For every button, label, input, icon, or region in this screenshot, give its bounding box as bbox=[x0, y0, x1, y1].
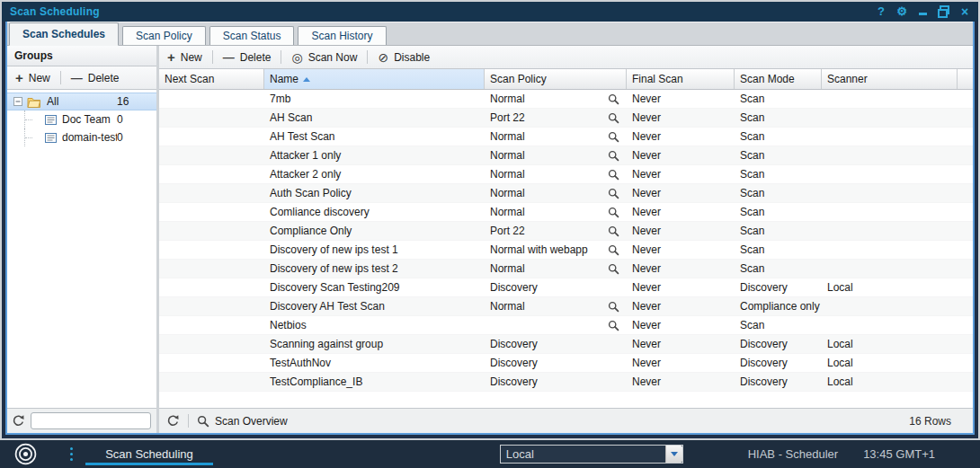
cell-final_scan: Never bbox=[627, 90, 735, 108]
group-item-all[interactable]: All16 bbox=[7, 93, 156, 110]
table-row[interactable]: NetbiosNeverScan bbox=[159, 316, 973, 335]
cell-text: Normal bbox=[490, 187, 525, 199]
delete-button[interactable]: —Delete bbox=[220, 50, 274, 65]
cell-text: Normal bbox=[490, 149, 525, 162]
scan-now-button[interactable]: ◎Scan Now bbox=[289, 50, 360, 65]
column-header-next-scan[interactable]: Next Scan bbox=[159, 69, 264, 89]
cell-text: Discovery bbox=[740, 357, 788, 369]
table-row[interactable]: Scanning against groupDiscoveryNeverDisc… bbox=[159, 335, 973, 354]
settings-icon[interactable]: ⚙ bbox=[896, 5, 907, 18]
group-item-doc-team[interactable]: Doc Team0 bbox=[7, 110, 156, 128]
magnifier-icon[interactable] bbox=[608, 244, 619, 256]
cell-text: Discovery bbox=[740, 338, 788, 350]
taskbar: Scan Scheduling Local HIAB - Scheduler 1… bbox=[0, 440, 980, 468]
cell-text: Normal bbox=[490, 130, 525, 143]
table-row[interactable]: Discovery of new ips test 1Normal with w… bbox=[159, 241, 973, 260]
cell-text: Compliance only bbox=[740, 300, 820, 313]
app-logo-icon[interactable] bbox=[13, 442, 38, 466]
table-row[interactable]: Comliance discoveryNormalNeverScan bbox=[159, 203, 973, 222]
group-filter-input[interactable] bbox=[31, 412, 151, 429]
cell-scan_mode: Scan bbox=[735, 184, 822, 202]
groups-tree: All16Doc Team0domain-test0 bbox=[7, 90, 156, 408]
table-row[interactable]: Auth Scan PolicyNormalNeverScan bbox=[159, 184, 973, 203]
cell-name: Scanning against group bbox=[264, 335, 485, 353]
tab-scan-status[interactable]: Scan Status bbox=[209, 26, 295, 45]
magnifier-icon[interactable] bbox=[608, 225, 619, 237]
column-header-scan-policy[interactable]: Scan Policy bbox=[485, 69, 627, 89]
refresh-icon[interactable] bbox=[12, 414, 25, 428]
group-item-domain-test[interactable]: domain-test0 bbox=[7, 128, 156, 146]
refresh-icon[interactable] bbox=[166, 414, 180, 428]
group-count: 16 bbox=[117, 95, 156, 108]
close-icon[interactable]: × bbox=[959, 5, 970, 18]
cell-text: Never bbox=[632, 225, 661, 237]
cell-text: Port 22 bbox=[490, 225, 525, 237]
magnifier-icon[interactable] bbox=[608, 131, 619, 143]
cell-text: Never bbox=[632, 187, 661, 199]
groups-panel-title: Groups bbox=[7, 46, 156, 66]
cell-text: Scan bbox=[740, 93, 764, 105]
table-row[interactable]: AH Test ScanNormalNeverScan bbox=[159, 128, 973, 146]
button-label: New bbox=[29, 72, 50, 84]
cell-next_scan bbox=[159, 222, 264, 240]
magnifier-icon[interactable] bbox=[608, 93, 619, 105]
help-icon[interactable]: ? bbox=[876, 5, 886, 18]
tab-scan-schedules[interactable]: Scan Schedules bbox=[9, 22, 119, 46]
magnifier-icon[interactable] bbox=[608, 150, 619, 162]
table-row[interactable]: TestAuthNovDiscoveryNeverDiscoveryLocal bbox=[159, 354, 973, 373]
table-row[interactable]: 7mbNormalNeverScan bbox=[159, 90, 973, 109]
table-row[interactable]: AH ScanPort 22NeverScan bbox=[159, 109, 973, 128]
table-row[interactable]: Compliance OnlyPort 22NeverScan bbox=[159, 222, 973, 241]
disable-button[interactable]: ⊘Disable bbox=[375, 50, 432, 65]
magnifier-icon[interactable] bbox=[608, 188, 619, 199]
table-row[interactable]: Discovery AH Test ScanNormalNeverComplia… bbox=[159, 297, 973, 316]
cell-text: Comliance discovery bbox=[270, 206, 370, 218]
cell-text: Never bbox=[632, 168, 661, 181]
table-statusbar: Scan Overview 16 Rows bbox=[159, 408, 973, 433]
new-button[interactable]: +New bbox=[165, 50, 205, 65]
schedules-panel: +New—Delete◎Scan Now⊘Disable Next ScanNa… bbox=[159, 46, 973, 433]
magnifier-icon[interactable] bbox=[608, 112, 619, 124]
clock: 13:45 GMT+1 bbox=[863, 447, 935, 461]
dropdown-arrow-icon[interactable] bbox=[665, 446, 682, 463]
scanner-select[interactable]: Local bbox=[500, 445, 683, 464]
magnifier-icon[interactable] bbox=[608, 169, 619, 181]
cell-scan_mode: Compliance only bbox=[735, 297, 822, 315]
groups-new-button[interactable]: +New bbox=[13, 71, 53, 85]
cell-scan_mode: Discovery bbox=[735, 354, 822, 372]
cell-text: Normal bbox=[490, 206, 525, 218]
restore-icon[interactable] bbox=[938, 5, 949, 18]
table-row[interactable]: Discovery of new ips test 2NormalNeverSc… bbox=[159, 260, 973, 278]
cell-text: Scanning against group bbox=[270, 338, 383, 350]
app-label: HIAB - Scheduler bbox=[748, 447, 838, 461]
column-header-name[interactable]: Name bbox=[264, 69, 485, 89]
cell-final_scan: Never bbox=[627, 260, 735, 278]
cell-scan_policy: Normal bbox=[485, 260, 627, 278]
task-menu-icon[interactable] bbox=[70, 447, 73, 461]
table-row[interactable]: TestCompliance_IBDiscoveryNeverDiscovery… bbox=[159, 373, 973, 392]
cell-text: Scan bbox=[740, 111, 764, 124]
cell-scan_mode: Scan bbox=[735, 203, 822, 221]
cell-scan_mode: Discovery bbox=[735, 278, 822, 296]
column-header-scan-mode[interactable]: Scan Mode bbox=[735, 69, 822, 89]
column-header-scanner[interactable]: Scanner bbox=[822, 69, 958, 89]
magnifier-icon[interactable] bbox=[608, 263, 619, 275]
column-header-final-scan[interactable]: Final Scan bbox=[627, 69, 735, 89]
cell-text: Scan bbox=[740, 243, 764, 256]
groups-delete-button[interactable]: —Delete bbox=[68, 71, 122, 85]
minimize-icon[interactable] bbox=[917, 5, 928, 18]
table-row[interactable]: Attacker 1 onlyNormalNeverScan bbox=[159, 146, 973, 165]
cell-scanner bbox=[822, 260, 958, 278]
plus-icon: + bbox=[15, 73, 23, 84]
magnifier-icon[interactable] bbox=[608, 207, 619, 218]
collapse-icon[interactable] bbox=[13, 97, 22, 106]
table-row[interactable]: Attacker 2 onlyNormalNeverScan bbox=[159, 165, 973, 184]
magnifier-icon[interactable] bbox=[608, 320, 619, 331]
magnifier-icon[interactable] bbox=[608, 301, 619, 313]
table-row[interactable]: Discovery Scan Testing209DiscoveryNeverD… bbox=[159, 278, 973, 297]
cell-text: AH Test Scan bbox=[270, 130, 334, 143]
taskbar-item-scan-scheduling[interactable]: Scan Scheduling bbox=[85, 440, 213, 468]
scan-overview-button[interactable]: Scan Overview bbox=[197, 415, 288, 428]
tab-scan-policy[interactable]: Scan Policy bbox=[122, 26, 206, 45]
tab-scan-history[interactable]: Scan History bbox=[298, 26, 386, 45]
